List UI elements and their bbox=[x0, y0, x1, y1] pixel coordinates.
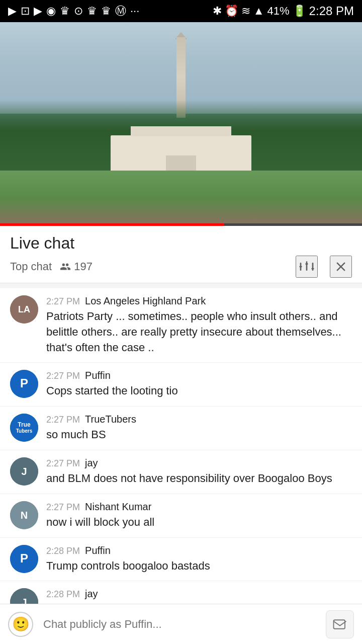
video-progress-bar-container[interactable] bbox=[0, 223, 362, 226]
message-author: Nishant Kumar bbox=[85, 501, 151, 513]
message-text: Trump controls boogaloo bastads bbox=[46, 558, 352, 574]
message-header: 2:28 PM jay bbox=[46, 588, 352, 600]
table-row: LA 2:27 PM Los Angeles Highland Park Pat… bbox=[0, 288, 362, 363]
send-icon bbox=[332, 617, 347, 632]
video-whitehouse bbox=[111, 135, 251, 176]
close-button[interactable] bbox=[330, 256, 352, 278]
bluetooth-icon: ✱ bbox=[213, 5, 222, 18]
top-chat-text: Top chat bbox=[10, 260, 52, 273]
svg-text:P: P bbox=[20, 376, 28, 390]
svg-text:P: P bbox=[20, 551, 28, 565]
table-row: J 2:27 PM jay and BLM does not have resp… bbox=[0, 450, 362, 494]
status-bar-notifications: ▶ ⊡ ▶ ◉ ♛ ⊙ ♛ ♛ Ⓜ ··· bbox=[8, 4, 139, 19]
chat-meta: Top chat 197 bbox=[10, 260, 93, 273]
crown-icon-1: ♛ bbox=[60, 5, 70, 18]
avatar: N bbox=[10, 501, 38, 529]
message-author: jay bbox=[85, 457, 98, 469]
battery-icon: 🔋 bbox=[293, 5, 306, 18]
live-chat-header: Live chat Top chat 197 bbox=[0, 226, 362, 283]
user-avatar-lahp: LA bbox=[10, 295, 38, 324]
table-row: P 2:28 PM Puffin Trump controls boogaloo… bbox=[0, 538, 362, 582]
battery-level: 41% bbox=[267, 5, 290, 18]
live-chat-section: Live chat Top chat 197 bbox=[0, 226, 362, 644]
crown-icon-3: ♛ bbox=[101, 5, 111, 18]
message-header: 2:28 PM Puffin bbox=[46, 545, 352, 556]
avatar: J bbox=[10, 457, 38, 486]
svg-text:N: N bbox=[21, 510, 28, 521]
user-avatar-nishant: N bbox=[10, 501, 38, 529]
avatar: True Tubers bbox=[10, 414, 38, 442]
table-row: P 2:27 PM Puffin Cops started the lootin… bbox=[0, 363, 362, 407]
user-avatar-puffin-2: P bbox=[10, 545, 38, 573]
emoji-button[interactable]: 🙂 bbox=[8, 612, 33, 637]
svg-rect-1 bbox=[299, 266, 302, 268]
m-icon: Ⓜ bbox=[115, 4, 126, 19]
avatar-tubers: Tubers bbox=[16, 428, 33, 434]
message-time: 2:27 PM bbox=[46, 296, 80, 307]
message-header: 2:27 PM Nishant Kumar bbox=[46, 501, 352, 513]
user-avatar-puffin: P bbox=[10, 370, 38, 398]
message-text: so much BS bbox=[46, 427, 352, 443]
message-content: 2:27 PM jay and BLM does not have respon… bbox=[46, 457, 352, 487]
message-author: jay bbox=[85, 588, 98, 600]
more-icon: ··· bbox=[130, 5, 139, 18]
svg-rect-2 bbox=[306, 261, 308, 271]
message-content: 2:27 PM TrueTubers so much BS bbox=[46, 414, 352, 443]
message-content: 2:27 PM Puffin Cops started the looting … bbox=[46, 370, 352, 399]
sliders-icon bbox=[299, 260, 315, 274]
live-chat-title: Live chat bbox=[10, 234, 352, 253]
avatar: LA bbox=[10, 295, 38, 324]
message-text: Patriots Party ... sometimes.. people wh… bbox=[46, 309, 352, 355]
chat-input[interactable] bbox=[39, 618, 320, 631]
message-header: 2:27 PM Puffin bbox=[46, 370, 352, 381]
user-avatar-jay: J bbox=[10, 457, 38, 486]
message-author: Puffin bbox=[85, 370, 111, 381]
pokeball-icon: ◉ bbox=[46, 5, 56, 18]
svg-rect-18 bbox=[334, 620, 345, 629]
close-icon bbox=[333, 259, 348, 274]
message-text: now i will block you all bbox=[46, 515, 352, 530]
message-text: Cops started the looting tio bbox=[46, 383, 352, 399]
message-time: 2:28 PM bbox=[46, 546, 80, 556]
status-bar-system: ✱ ⏰ ≋ ▲ 41% 🔋 2:28 PM bbox=[213, 4, 354, 18]
video-progress-fill bbox=[0, 223, 224, 226]
alarm-icon: ⏰ bbox=[225, 5, 238, 18]
message-content: 2:27 PM Nishant Kumar now i will block y… bbox=[46, 501, 352, 530]
message-author: Los Angeles Highland Park bbox=[85, 295, 206, 307]
svg-rect-3 bbox=[305, 263, 308, 265]
svg-text:J: J bbox=[21, 466, 27, 477]
chat-messages-list: LA 2:27 PM Los Angeles Highland Park Pat… bbox=[0, 283, 362, 630]
truetubers-avatar: True Tubers bbox=[10, 414, 38, 442]
message-time: 2:27 PM bbox=[46, 415, 80, 425]
message-content: 2:27 PM Los Angeles Highland Park Patrio… bbox=[46, 295, 352, 355]
table-row: N 2:27 PM Nishant Kumar now i will block… bbox=[0, 494, 362, 538]
message-text: and BLM does not have responsibility ove… bbox=[46, 471, 352, 487]
signal-icon: ▲ bbox=[253, 5, 264, 18]
svg-text:LA: LA bbox=[18, 304, 30, 314]
emoji-icon: 🙂 bbox=[12, 616, 30, 632]
sync-icon: ⊙ bbox=[74, 5, 83, 18]
message-time: 2:27 PM bbox=[46, 458, 80, 469]
video-ground bbox=[0, 171, 362, 226]
avatar-true: True bbox=[18, 422, 30, 428]
crown-icon-2: ♛ bbox=[87, 5, 97, 18]
avatar: P bbox=[10, 545, 38, 573]
message-author: TrueTubers bbox=[85, 414, 136, 425]
svg-rect-4 bbox=[312, 263, 314, 271]
table-row: True Tubers 2:27 PM TrueTubers so much B… bbox=[0, 407, 362, 450]
chat-input-bar: 🙂 bbox=[0, 604, 362, 644]
message-author: Puffin bbox=[85, 545, 111, 556]
message-header: 2:27 PM jay bbox=[46, 457, 352, 469]
people-icon bbox=[60, 261, 71, 272]
send-message-button[interactable] bbox=[326, 610, 354, 638]
youtube-icon: ▶ bbox=[8, 5, 17, 18]
live-chat-subheader: Top chat 197 bbox=[10, 256, 352, 278]
filter-button[interactable] bbox=[296, 256, 318, 278]
top-chat-label[interactable]: Top chat bbox=[10, 260, 52, 273]
svg-rect-5 bbox=[311, 268, 314, 270]
video-player[interactable] bbox=[0, 22, 362, 226]
message-header: 2:27 PM Los Angeles Highland Park bbox=[46, 295, 352, 307]
message-time: 2:27 PM bbox=[46, 371, 80, 381]
message-header: 2:27 PM TrueTubers bbox=[46, 414, 352, 425]
viewer-number: 197 bbox=[74, 260, 93, 273]
